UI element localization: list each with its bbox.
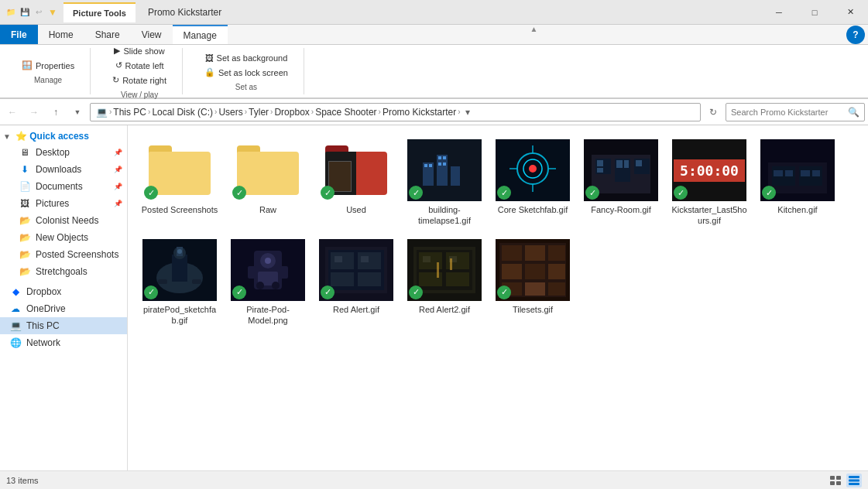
address-path[interactable]: 💻 › This PC › Local Disk (C:) › Users › … bbox=[90, 103, 701, 121]
ribbon-section-tools: ▶ Slide show ↺ Rotate left ↻ Rotate righ… bbox=[97, 48, 183, 94]
sidebar-item-stretchgoals[interactable]: 📂 Stretchgoals bbox=[0, 263, 127, 280]
check-icon-kickstarter: ✓ bbox=[674, 186, 688, 200]
check-icon-core: ✓ bbox=[497, 186, 511, 200]
search-box[interactable]: 🔍 bbox=[726, 103, 865, 121]
path-spaceshooter[interactable]: Space Shooter bbox=[315, 107, 376, 118]
file-item-kickstarter-last5[interactable]: 5:00:00 ✓ Kickstarter_Last5hours.gif bbox=[667, 135, 752, 231]
svg-point-41 bbox=[177, 249, 182, 254]
svg-rect-24 bbox=[597, 168, 603, 173]
help-button[interactable]: ? bbox=[846, 26, 865, 44]
sidebar-item-thispc[interactable]: 💻 This PC bbox=[0, 317, 127, 334]
svg-rect-86 bbox=[830, 481, 835, 485]
svg-rect-72 bbox=[450, 258, 452, 270]
folder-icon-used bbox=[325, 145, 387, 195]
ribbon-rotate-left-btn[interactable]: ↺ Rotate left bbox=[109, 58, 170, 73]
sidebar-item-colonist-needs[interactable]: 📂 Colonist Needs bbox=[0, 212, 127, 229]
picture-tools-tab[interactable]: Picture Tools bbox=[63, 2, 136, 22]
svg-rect-88 bbox=[849, 476, 859, 478]
title-bar-left: 📁 💾 ↩ ▼ bbox=[0, 6, 63, 19]
pin-icon-documents: 📌 bbox=[114, 183, 122, 190]
tab-home[interactable]: Home bbox=[38, 25, 84, 44]
file-item-kitchen[interactable]: ✓ Kitchen.gif bbox=[755, 135, 840, 231]
close-button[interactable]: ✕ bbox=[832, 0, 868, 25]
path-localdisk[interactable]: Local Disk (C:) bbox=[152, 107, 213, 118]
window-title: Promo Kickstarter bbox=[136, 7, 234, 18]
sidebar-item-onedrive[interactable]: ☁ OneDrive bbox=[0, 300, 127, 317]
status-bar: 13 items bbox=[0, 470, 868, 489]
file-item-red-alert[interactable]: ✓ Red Alert.gif bbox=[314, 234, 399, 331]
check-icon-posted: ✓ bbox=[144, 186, 158, 200]
path-users[interactable]: Users bbox=[218, 107, 242, 118]
svg-rect-61 bbox=[361, 256, 369, 262]
file-thumb-piratepod: ✓ bbox=[142, 239, 217, 301]
file-name-kickstarter: Kickstarter_Last5hours.gif bbox=[671, 204, 748, 227]
svg-rect-90 bbox=[849, 483, 859, 485]
tab-share[interactable]: Share bbox=[84, 25, 131, 44]
file-item-red-alert2[interactable]: ✓ Red Alert2.gif bbox=[402, 234, 487, 331]
file-item-core-sketchfab[interactable]: ✓ Core Sketchfab.gif bbox=[490, 135, 575, 231]
posted-screenshots-icon: 📂 bbox=[19, 248, 31, 261]
file-item-posted-screenshots[interactable]: ✓ Posted Screenshots bbox=[137, 135, 222, 231]
details-view-btn[interactable] bbox=[846, 474, 862, 487]
sidebar-item-downloads[interactable]: ⬇ Downloads 📌 bbox=[0, 161, 127, 178]
clock-display: 5:00:00 bbox=[674, 159, 745, 182]
folder-icon-posted bbox=[149, 145, 211, 195]
forward-button[interactable]: → bbox=[25, 103, 43, 121]
ribbon-set-lock-btn[interactable]: 🔒 Set as lock screen bbox=[198, 65, 294, 80]
search-input[interactable] bbox=[731, 108, 845, 117]
ribbon-section-set-label: Set as bbox=[235, 83, 257, 91]
sidebar-onedrive-label: OneDrive bbox=[26, 303, 66, 314]
ribbon-tabs: File Home Share View Manage ▲ ? bbox=[0, 25, 868, 45]
path-dropbox[interactable]: Dropbox bbox=[274, 107, 309, 118]
file-thumb-building: ✓ bbox=[407, 139, 482, 201]
sidebar-item-desktop[interactable]: 🖥 Desktop 📌 bbox=[0, 144, 127, 161]
ribbon-rotate-right-btn[interactable]: ↻ Rotate right bbox=[106, 73, 173, 87]
file-item-raw[interactable]: ✓ Raw bbox=[225, 135, 310, 231]
file-item-building-timelapse[interactable]: ✓ building-timelapse1.gif bbox=[402, 135, 487, 231]
address-dropdown[interactable]: ▾ bbox=[462, 107, 473, 118]
up-button[interactable]: ↑ bbox=[46, 103, 65, 121]
ribbon-set-bg-btn[interactable]: 🖼 Set as background bbox=[199, 51, 294, 65]
path-sep-7: › bbox=[379, 108, 381, 116]
ribbon-slideshow-btn[interactable]: ▶ Slide show bbox=[108, 43, 170, 58]
status-right bbox=[828, 474, 862, 487]
file-item-pirate-pod-model[interactable]: ✓ Pirate-Pod-Model.png bbox=[225, 234, 310, 331]
svg-rect-75 bbox=[502, 245, 522, 261]
ribbon-collapse[interactable]: ▲ bbox=[530, 25, 544, 44]
file-item-tilesets[interactable]: ✓ Tilesets.gif bbox=[490, 234, 575, 331]
file-thumb-raw: ✓ bbox=[231, 139, 305, 201]
file-thumb-used: ✓ bbox=[319, 139, 393, 201]
maximize-button[interactable]: □ bbox=[797, 0, 832, 25]
ribbon-properties-btn[interactable]: 🪟 Properties bbox=[15, 58, 81, 73]
path-thispc[interactable]: This PC bbox=[113, 107, 146, 118]
path-sep-6: › bbox=[311, 108, 314, 116]
sidebar-item-network[interactable]: 🌐 Network bbox=[0, 334, 127, 351]
sidebar-item-dropbox[interactable]: ◆ Dropbox bbox=[0, 283, 127, 300]
tab-manage[interactable]: Manage bbox=[173, 25, 228, 44]
large-icons-view-btn[interactable] bbox=[828, 474, 843, 487]
path-tyler[interactable]: Tyler bbox=[249, 107, 269, 118]
svg-rect-69 bbox=[423, 256, 431, 262]
file-item-used[interactable]: ✓ Used bbox=[314, 135, 399, 231]
search-icon: 🔍 bbox=[848, 107, 859, 118]
sidebar-item-documents[interactable]: 📄 Documents 📌 bbox=[0, 178, 127, 195]
sidebar-colonist-needs-label: Colonist Needs bbox=[36, 215, 98, 226]
title-bar: 📁 💾 ↩ ▼ Picture Tools Promo Kickstarter … bbox=[0, 0, 868, 25]
sidebar-item-new-objects[interactable]: 📂 New Objects bbox=[0, 229, 127, 246]
file-item-fancy-room[interactable]: ✓ Fancy-Room.gif bbox=[578, 135, 664, 231]
refresh-button[interactable]: ↻ bbox=[704, 103, 722, 121]
file-item-piratepod-sketchfab[interactable]: ✓ piratePod_sketchfab.gif bbox=[137, 234, 222, 331]
sidebar-documents-label: Documents bbox=[36, 181, 83, 192]
details-view-icon bbox=[848, 475, 860, 486]
back-button[interactable]: ← bbox=[3, 103, 22, 121]
svg-rect-43 bbox=[192, 279, 201, 284]
tab-file[interactable]: File bbox=[0, 25, 38, 44]
recent-locations-button[interactable]: ▼ bbox=[68, 103, 87, 121]
sidebar-quick-access-label: ⭐ Quick access bbox=[15, 131, 89, 142]
sidebar-item-posted-screenshots[interactable]: 📂 Posted Screenshots bbox=[0, 246, 127, 263]
sidebar-item-pictures[interactable]: 🖼 Pictures 📌 bbox=[0, 195, 127, 212]
sidebar: ▼ ⭐ Quick access 🖥 Desktop 📌 ⬇ Downloads… bbox=[0, 125, 128, 470]
path-promo[interactable]: Promo Kickstarter bbox=[383, 107, 456, 118]
tab-view[interactable]: View bbox=[131, 25, 173, 44]
minimize-button[interactable]: ─ bbox=[761, 0, 797, 25]
